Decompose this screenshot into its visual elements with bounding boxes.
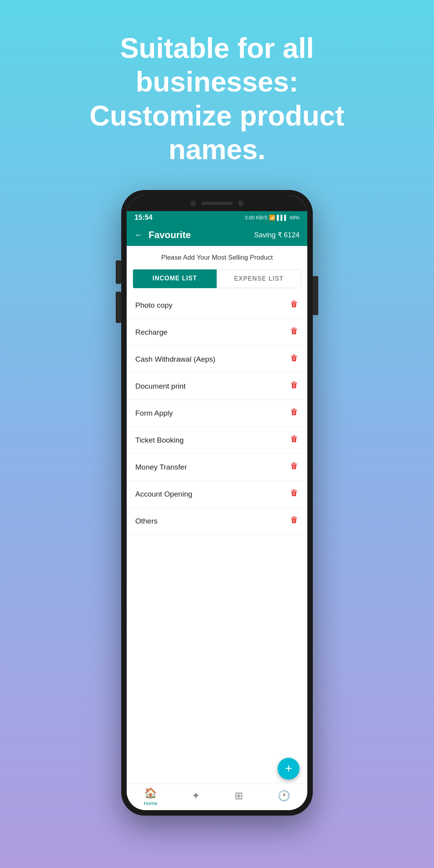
income-list: Photo copy Recharge Cash Withdrawal (Aep… bbox=[127, 288, 307, 756]
speaker-bar bbox=[201, 202, 233, 205]
list-item[interactable]: Others bbox=[127, 508, 307, 535]
camera-dot bbox=[190, 201, 196, 206]
tab-income[interactable]: INCOME LIST bbox=[133, 269, 217, 288]
phone-notch bbox=[127, 195, 307, 211]
main-content: Please Add Your Most Selling Product INC… bbox=[127, 246, 307, 784]
nav-home-label: Home bbox=[144, 800, 158, 806]
history-icon: 🕐 bbox=[278, 790, 290, 802]
list-item[interactable]: Cash Withdrawal (Aeps) bbox=[127, 346, 307, 373]
grid-icon: ⊞ bbox=[235, 790, 243, 802]
list-item-name: Document print bbox=[135, 382, 186, 391]
power-button bbox=[313, 276, 318, 315]
saving-amount: Saving ₹ 6124 bbox=[254, 231, 299, 239]
bottom-nav: 🏠 Home ✦ ⊞ 🕐 bbox=[127, 784, 307, 810]
list-item[interactable]: Ticket Booking bbox=[127, 427, 307, 454]
volume-down-button bbox=[116, 292, 121, 323]
app-bar: ← Favourite Saving ₹ 6124 bbox=[127, 224, 307, 246]
wifi-icon: 📶 bbox=[269, 215, 275, 221]
hero-text: Suitable for all businesses: Customize p… bbox=[41, 0, 393, 190]
data-speed: 3.00 KB/S bbox=[245, 215, 268, 221]
delete-button[interactable] bbox=[289, 380, 299, 393]
delete-button[interactable] bbox=[289, 515, 299, 527]
list-item-name: Money Transfer bbox=[135, 463, 187, 472]
tab-bar: INCOME LIST EXPENSE LIST bbox=[133, 269, 301, 288]
battery-icon: 49% bbox=[289, 215, 299, 221]
list-item[interactable]: Account Opening bbox=[127, 481, 307, 508]
list-item-name: Cash Withdrawal (Aeps) bbox=[135, 355, 215, 364]
tab-expense[interactable]: EXPENSE LIST bbox=[217, 269, 301, 288]
delete-button[interactable] bbox=[289, 299, 299, 312]
list-item[interactable]: Document print bbox=[127, 373, 307, 400]
nav-analytics[interactable]: ✦ bbox=[192, 790, 200, 803]
delete-button[interactable] bbox=[289, 353, 299, 366]
list-item-name: Ticket Booking bbox=[135, 436, 184, 445]
list-item-name: Recharge bbox=[135, 328, 167, 337]
signal-icon: ▌▌▌ bbox=[277, 215, 288, 221]
app-bar-left: ← Favourite bbox=[135, 230, 191, 240]
phone-frame: 15:54 3.00 KB/S 📶 ▌▌▌ 49% ← Favourite Sa… bbox=[121, 190, 313, 816]
delete-button[interactable] bbox=[289, 434, 299, 447]
list-item-name: Form Apply bbox=[135, 409, 173, 418]
list-item[interactable]: Form Apply bbox=[127, 400, 307, 427]
subtitle-text: Please Add Your Most Selling Product bbox=[127, 246, 307, 265]
status-time: 15:54 bbox=[135, 213, 152, 222]
list-item[interactable]: Recharge bbox=[127, 319, 307, 346]
sensor-dot bbox=[238, 201, 244, 206]
status-bar: 15:54 3.00 KB/S 📶 ▌▌▌ 49% bbox=[127, 211, 307, 224]
phone-screen: 15:54 3.00 KB/S 📶 ▌▌▌ 49% ← Favourite Sa… bbox=[127, 195, 307, 810]
nav-history[interactable]: 🕐 bbox=[278, 790, 290, 803]
back-button[interactable]: ← bbox=[135, 230, 143, 240]
delete-button[interactable] bbox=[289, 407, 299, 420]
list-item[interactable]: Money Transfer bbox=[127, 454, 307, 481]
status-icons: 3.00 KB/S 📶 ▌▌▌ 49% bbox=[245, 215, 299, 221]
nav-grid[interactable]: ⊞ bbox=[235, 790, 243, 803]
list-item[interactable]: Photo copy bbox=[127, 292, 307, 319]
volume-up-button bbox=[116, 260, 121, 284]
delete-button[interactable] bbox=[289, 461, 299, 473]
delete-button[interactable] bbox=[289, 488, 299, 500]
fab-container: + bbox=[127, 756, 307, 784]
list-item-name: Photo copy bbox=[135, 301, 172, 310]
nav-home[interactable]: 🏠 Home bbox=[144, 787, 158, 806]
delete-button[interactable] bbox=[289, 326, 299, 339]
list-item-name: Account Opening bbox=[135, 490, 192, 499]
app-bar-title: Favourite bbox=[149, 230, 191, 240]
add-item-button[interactable]: + bbox=[278, 758, 299, 780]
home-icon: 🏠 bbox=[144, 787, 157, 799]
analytics-icon: ✦ bbox=[192, 790, 200, 802]
list-item-name: Others bbox=[135, 517, 158, 525]
